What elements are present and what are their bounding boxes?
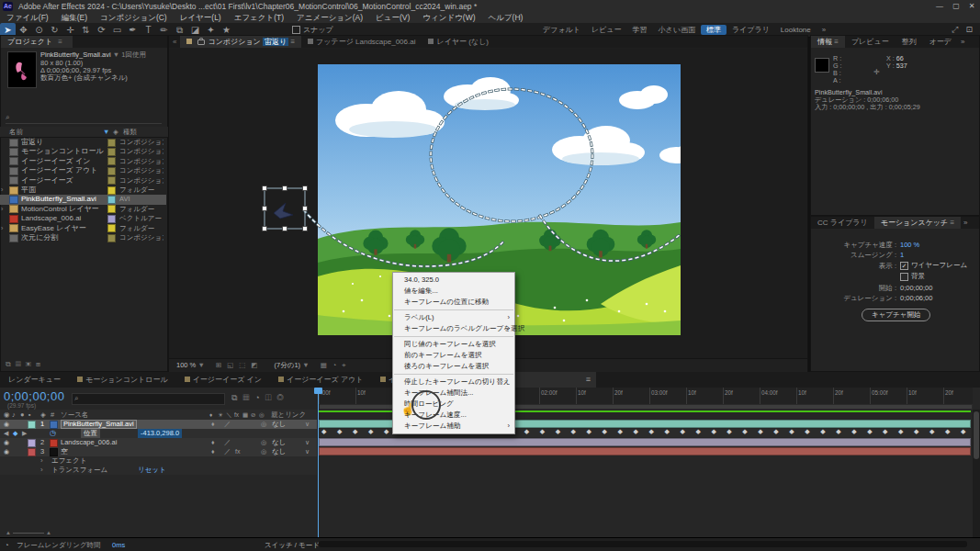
keyframe-diamond[interactable]: ◆	[321, 428, 326, 435]
menu-item[interactable]: エフェクト(T)	[228, 13, 290, 22]
workspace-tab-レビュー[interactable]: レビュー	[586, 25, 627, 35]
panel-overflow-icon[interactable]: «	[169, 36, 180, 48]
label-color-chip[interactable]	[107, 139, 116, 147]
context-menu-item[interactable]: キーフレーム補間法...	[393, 388, 514, 399]
keyframe-diamond[interactable]: ◆	[883, 428, 887, 435]
context-menu-item[interactable]: キーフレームのラベルグループを選択›	[393, 323, 514, 334]
label-color-chip[interactable]	[107, 196, 116, 204]
label-color-chip[interactable]	[107, 157, 116, 165]
keyframe-diamond[interactable]: ◆	[742, 428, 747, 435]
project-footer-icons[interactable]: ⧉▦▣⊞	[6, 360, 45, 369]
workspace-overflow-icon[interactable]: »	[817, 25, 831, 35]
keyframe-diamond[interactable]: ◆	[898, 428, 903, 435]
background-checkbox-row[interactable]: 背景	[900, 272, 925, 281]
menu-item[interactable]: アニメーション(A)	[290, 13, 369, 22]
maximize-button[interactable]: ▢	[949, 0, 963, 13]
label-column-icon[interactable]: ◈	[113, 127, 118, 137]
project-item[interactable]: ›平面フォルダー	[0, 186, 166, 195]
keyframe-diamond[interactable]: ◆	[820, 428, 825, 435]
keyframe-diamond[interactable]: ◆	[758, 428, 762, 435]
project-item[interactable]: モーションコントロールコンポジション	[0, 147, 166, 156]
context-menu-item[interactable]: 前のキーフレームを選択	[393, 350, 514, 361]
keyframe-diamond[interactable]: ◆	[727, 428, 731, 435]
resolution-dropdown[interactable]: (7分の1) ▼	[265, 361, 310, 369]
project-search-input[interactable]: ⌕	[6, 113, 162, 124]
timeline-tab-renderqueue[interactable]: レンダーキュー	[0, 372, 69, 388]
tab-CC ライブラリ[interactable]: CC ライブラリ	[811, 217, 874, 229]
menu-item[interactable]: ファイル(F)	[0, 13, 55, 22]
keyframe-diamond[interactable]: ◆	[961, 428, 965, 435]
keyframe-diamond[interactable]: ◆	[945, 428, 950, 435]
capture-speed-value[interactable]: 100 %	[900, 241, 919, 249]
keyframe-diamond[interactable]: ◆	[618, 428, 623, 435]
source-name-column[interactable]: ソース名	[61, 410, 88, 420]
tab-整列[interactable]: 整列	[896, 36, 923, 48]
start-capture-button[interactable]: キャプチャ開始	[862, 309, 930, 321]
toolbar-right-icon[interactable]: ⤢	[948, 25, 962, 34]
project-item[interactable]: PinkButterfly_Small.aviAVI	[0, 195, 166, 204]
shy-layers-icon[interactable]: ◔	[254, 393, 265, 402]
project-columns-header[interactable]: 名前 ▼ ◈ 種類	[0, 127, 168, 138]
keyframe-diamond[interactable]: ◆	[571, 428, 576, 435]
start-value[interactable]: 0;00;00;00	[900, 284, 932, 292]
switch-column-icon[interactable]: fx	[234, 410, 239, 420]
switch-column-icon[interactable]: ⊘	[251, 410, 255, 420]
tab-プレビュー[interactable]: プレビュー	[845, 36, 896, 48]
timeline-header-icons[interactable]: ⧉▦◔◫◎	[231, 393, 289, 403]
current-time-display[interactable]: 0;00;00;00	[4, 389, 64, 403]
video-eye-icon[interactable]: ◉	[4, 410, 10, 420]
project-item[interactable]: 宙返りコンポジション	[0, 138, 166, 147]
label-color-chip[interactable]	[107, 148, 116, 156]
keyframe-diamond[interactable]: ◆	[524, 428, 529, 435]
keyframe-diamond[interactable]: ◆	[929, 428, 934, 435]
keyframe-diamond[interactable]: ◆	[384, 428, 389, 435]
viewer-option-icons[interactable]: ⊞◱⬚◩	[207, 361, 264, 369]
project-item[interactable]: イージーイーズ アウトコンポジション	[0, 166, 166, 175]
close-button[interactable]: ✕	[964, 0, 979, 13]
label-color-chip[interactable]	[107, 224, 116, 232]
keyframe-diamond[interactable]: ◆	[789, 428, 794, 435]
keyframe-diamond[interactable]: ◆	[634, 428, 638, 435]
keyframe-diamond[interactable]: ◆	[540, 428, 545, 435]
panel-menu-icon[interactable]: ≡	[288, 38, 295, 46]
timeline-tab-イージーイーズ イン[interactable]: イージーイーズ イン	[176, 372, 270, 388]
project-item[interactable]: ›MotionControl レイヤーフォルダー	[0, 205, 166, 214]
context-menu-item[interactable]: 値を編集...	[393, 286, 514, 297]
keyframe-diamond[interactable]: ◆	[680, 428, 684, 435]
tab-project[interactable]: プロジェクト ≡	[1, 36, 73, 48]
minimize-button[interactable]: —	[932, 0, 947, 13]
expand-arrow-icon[interactable]: ›	[1, 205, 3, 214]
workspace-tab-ライブラリ[interactable]: ライブラリ	[727, 25, 775, 35]
audio-icon[interactable]: ♪	[12, 410, 16, 420]
switches-modes-button[interactable]: スイッチ / モード	[265, 538, 320, 551]
workspace-tab-デフォルト[interactable]: デフォルト	[537, 25, 586, 35]
keyframe-diamond[interactable]: ◆	[773, 428, 778, 435]
switch-column-icon[interactable]: ◎	[259, 410, 265, 420]
context-menu-item[interactable]: 同じ値のキーフレームを選択	[393, 339, 514, 350]
workspace-tab-小さい画面[interactable]: 小さい画面	[653, 25, 701, 35]
context-menu-item[interactable]: 停止したキーフレームの切り替え	[393, 377, 514, 388]
magnification-dropdown[interactable]: 100 % ▼	[169, 361, 205, 369]
keyframe-diamond[interactable]: ◆	[603, 428, 607, 435]
keyframe-diamond[interactable]: ◆	[914, 428, 918, 435]
layer3-duration-bar[interactable]	[319, 447, 971, 455]
switch-column-icon[interactable]: ▦	[242, 410, 248, 420]
label-color-chip[interactable]	[107, 205, 116, 213]
viewer-tab-レイヤー[interactable]: レイヤー (なし)	[422, 36, 495, 48]
current-time-indicator[interactable]	[318, 388, 319, 537]
switch-column-icon[interactable]: ＼	[226, 410, 232, 420]
solo-icon[interactable]: ●	[20, 410, 25, 420]
panel-menu-icon[interactable]: ≡	[54, 38, 66, 46]
keyframe-diamond[interactable]: ◆	[556, 428, 560, 435]
keyframe-diamond[interactable]: ◆	[587, 428, 591, 435]
label-color-chip[interactable]	[107, 234, 116, 242]
panel-menu-icon[interactable]: ≡	[948, 219, 954, 227]
project-item[interactable]: イージーイーズ インコンポジション	[0, 157, 166, 166]
switch-column-icon[interactable]: ♦	[209, 410, 212, 420]
workspace-tab-学習[interactable]: 学習	[627, 25, 653, 35]
label-color-chip[interactable]	[107, 215, 116, 223]
sort-arrow-icon[interactable]: ▼	[103, 127, 109, 137]
project-item[interactable]: Landscape_006.aiベクトルアート	[0, 214, 166, 223]
draft-3d-icon[interactable]: ▦	[242, 393, 254, 402]
timeline-scrollbar[interactable]	[973, 410, 980, 537]
